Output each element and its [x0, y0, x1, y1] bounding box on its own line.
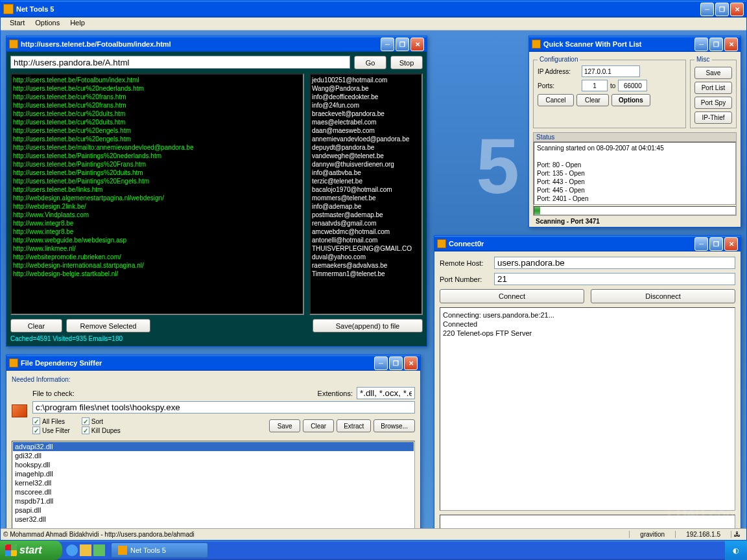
save-button[interactable]: Save — [694, 67, 732, 79]
media-icon[interactable] — [93, 544, 105, 556]
email-item[interactable]: info@24fun.com — [312, 101, 420, 110]
url-item[interactable]: http://www.Vindplaats.com — [13, 211, 302, 219]
scanner-titlebar[interactable]: Quick Scanner With Port List ─ ❐ ✕ — [529, 36, 741, 52]
address-input[interactable] — [10, 56, 350, 69]
save-button[interactable]: Save — [269, 419, 300, 432]
email-item[interactable]: daan@maesweb.com — [312, 126, 420, 135]
close-button[interactable]: ✕ — [730, 3, 744, 16]
email-item[interactable]: renaatvds@gmail.com — [312, 219, 420, 228]
url-item[interactable]: http://users.telenet.be/Paintings%20duit… — [13, 169, 302, 177]
minimize-button[interactable]: ─ — [381, 38, 394, 51]
chk-allfiles[interactable]: ✓All Files — [32, 417, 70, 425]
crawler-titlebar[interactable]: http://users.telenet.be/Fotoalbum/index.… — [6, 36, 427, 52]
url-item[interactable]: http://users.telenet.be/Paintings%20nede… — [13, 152, 302, 160]
clear-button[interactable]: Clear — [576, 94, 609, 106]
stop-button[interactable]: Stop — [390, 56, 423, 69]
close-button[interactable]: ✕ — [724, 38, 738, 51]
url-item[interactable]: http://websitepromotie.rubrieken.com/ — [13, 253, 302, 261]
file-item[interactable]: psapi.dll — [13, 506, 414, 515]
email-item[interactable]: postmaster@ademap.be — [312, 211, 420, 219]
path-input[interactable] — [32, 401, 415, 414]
fds-titlebar[interactable]: File Dependency Sniffer ─ ❐ ✕ — [6, 355, 420, 371]
ip-input[interactable] — [582, 65, 640, 77]
email-item[interactable]: antonelli@hotmail.com — [312, 236, 420, 244]
minimize-button[interactable]: ─ — [374, 356, 388, 370]
url-list[interactable]: http://users.telenet.be/Fotoalbum/index.… — [10, 73, 304, 315]
menu-options[interactable]: Options — [30, 18, 65, 30]
chk-usefilter[interactable]: ✓Use Filter — [32, 426, 70, 434]
close-button[interactable]: ✕ — [410, 38, 424, 51]
save-append-button[interactable]: Save(append) to file — [313, 319, 423, 332]
host-input[interactable] — [494, 257, 735, 269]
url-item[interactable]: http://users.telenet.be/cur%20engels.htm — [13, 135, 302, 143]
connector-input[interactable] — [440, 515, 735, 528]
extract-button[interactable]: Extract — [337, 419, 371, 432]
disconnect-button[interactable]: Disconnect — [591, 289, 735, 303]
port-input[interactable] — [494, 273, 735, 285]
explorer-icon[interactable] — [80, 544, 91, 556]
ie-icon[interactable] — [66, 544, 78, 556]
systray[interactable]: ◐ — [725, 541, 747, 560]
email-item[interactable]: braeckevelt@pandora.be — [312, 110, 420, 118]
email-item[interactable]: raemaekers@advalvas.be — [312, 261, 420, 270]
connector-log[interactable]: Connecting: users.pandora.be:21...Connec… — [440, 307, 735, 511]
chk-sort[interactable]: ✓Sort — [82, 417, 121, 425]
url-item[interactable]: http://webdesign-belgie.startkabel.nl/ — [13, 270, 302, 278]
email-item[interactable]: annemievandevloed@pandora.be — [312, 135, 420, 143]
email-item[interactable]: THUISVERPLEGING@GMAIL.CO — [312, 244, 420, 253]
url-item[interactable]: http://www.linkmee.nl/ — [13, 244, 302, 253]
minimize-button[interactable]: ─ — [700, 3, 714, 16]
port-from-input[interactable] — [582, 80, 608, 91]
go-button[interactable]: Go — [354, 56, 386, 69]
email-item[interactable]: duval@yahoo.com — [312, 253, 420, 261]
url-item[interactable]: http://users.telenet.be/cur%20duits.htm — [13, 110, 302, 118]
url-item[interactable]: http://www.integr8.be — [13, 228, 302, 236]
port-to-input[interactable] — [618, 80, 647, 91]
tray-icon[interactable]: ◐ — [733, 546, 739, 555]
url-item[interactable]: http://www.webguide.be/webdesign.asp — [13, 236, 302, 244]
email-item[interactable]: info@deofficedokter.be — [312, 93, 420, 101]
email-item[interactable]: mommers@telenet.be — [312, 194, 420, 202]
maximize-button[interactable]: ❐ — [709, 38, 723, 51]
portspy-button[interactable]: Port Spy — [694, 97, 732, 109]
clear-button[interactable]: Clear — [303, 419, 334, 432]
maximize-button[interactable]: ❐ — [396, 38, 409, 51]
email-item[interactable]: jedu100251@hotmail.com — [312, 76, 420, 84]
file-item[interactable]: mspdb71.dll — [13, 496, 414, 506]
close-button[interactable]: ✕ — [404, 356, 418, 370]
remove-selected-button[interactable]: Remove Selected — [66, 319, 150, 332]
minimize-button[interactable]: ─ — [694, 38, 708, 51]
cancel-button[interactable]: Cancel — [538, 94, 574, 106]
email-item[interactable]: terzic@telenet.be — [312, 177, 420, 185]
connect-button[interactable]: Connect — [440, 289, 584, 303]
close-button[interactable]: ✕ — [724, 237, 738, 251]
fds-file-list[interactable]: advapi32.dllgdi32.dllhookspy.dllimagehlp… — [12, 441, 415, 528]
url-item[interactable]: http://users.telenet.be/mailto:annemieva… — [13, 143, 302, 152]
url-item[interactable]: http://users.telenet.be/Fotoalbum/index.… — [13, 76, 302, 84]
url-item[interactable]: http://users.telenet.be/cur%20frans.htm — [13, 101, 302, 110]
main-titlebar[interactable]: Net Tools 5 ─ ❐ ✕ — [1, 1, 746, 18]
email-item[interactable]: maes@electrabel.com — [312, 118, 420, 126]
clear-button[interactable]: Clear — [10, 319, 62, 332]
email-item[interactable]: dannyw@thuisverdienen.org — [312, 160, 420, 169]
url-item[interactable]: http://webdesign.2link.be/ — [13, 202, 302, 211]
ipthief-button[interactable]: IP-Thief — [694, 111, 732, 124]
url-item[interactable]: http://users.telenet.be/Paintings%20Fran… — [13, 160, 302, 169]
menu-start[interactable]: Start — [5, 18, 30, 30]
portlist-button[interactable]: Port List — [694, 82, 732, 94]
minimize-button[interactable]: ─ — [694, 237, 708, 251]
email-item[interactable]: amcwebdmc@hotmail.com — [312, 228, 420, 236]
chk-killdupes[interactable]: ✓Kill Dupes — [82, 426, 121, 434]
email-item[interactable]: vandeweghe@telenet.be — [312, 152, 420, 160]
maximize-button[interactable]: ❐ — [709, 237, 723, 251]
url-item[interactable]: http://users.telenet.be/Paintings%20Enge… — [13, 177, 302, 185]
url-item[interactable]: http://users.telenet.be/links.htm — [13, 185, 302, 194]
url-item[interactable]: http://www.integr8.be — [13, 219, 302, 228]
file-item[interactable]: kernel32.dll — [13, 478, 414, 487]
email-item[interactable]: bacalojo1970@hotmail.com — [312, 185, 420, 194]
url-item[interactable]: http://webdesign-internationaal.startpag… — [13, 261, 302, 270]
file-item[interactable]: gdi32.dll — [13, 451, 414, 460]
menu-help[interactable]: Help — [65, 18, 90, 30]
taskbar-task[interactable]: Net Tools 5 — [111, 542, 208, 558]
connector-titlebar[interactable]: Connect0r ─ ❐ ✕ — [434, 236, 741, 251]
